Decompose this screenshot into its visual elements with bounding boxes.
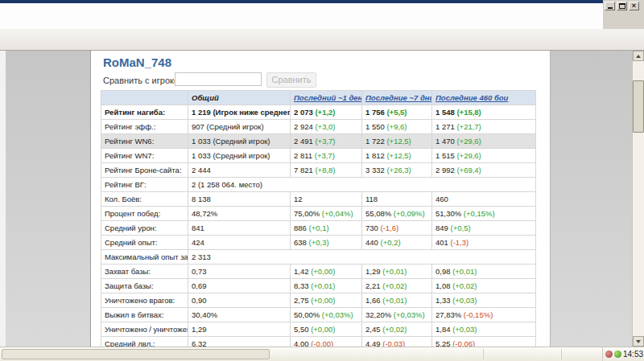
restore-button[interactable] (617, 2, 627, 10)
cell: 1 033 (Средний игрок) (188, 149, 291, 163)
cell: 440 (+0,2) (362, 236, 432, 250)
cell: 2 924 (+3,0) (291, 120, 362, 134)
tray-green-icon[interactable] (614, 351, 621, 358)
cell: 8 138 (188, 192, 291, 207)
cell: 2 444 (188, 163, 291, 178)
row-label: Процент побед: (101, 207, 188, 221)
cell: 1 033 (Средний игрок) (188, 134, 291, 149)
close-icon: × (632, 2, 636, 10)
cell: 2 491 (+3,7) (291, 134, 362, 149)
cell: 0,73 (188, 265, 291, 279)
row-label: Защита базы: (101, 279, 188, 293)
screen: × ← www.noobmeter.com/player/ru/RoMaN_74… (0, 0, 644, 361)
cell: 2,45 (+0,02) (362, 322, 432, 337)
cell: 1 550 (+9,6) (362, 120, 432, 134)
cell: 424 (188, 236, 291, 250)
row-label: Средний опыт: (101, 236, 188, 250)
cell: 638 (+0,3) (291, 236, 362, 250)
minimize-button[interactable] (605, 2, 615, 10)
table-row: Рейтинг эфф.:907 (Средний игрок)2 924 (+… (101, 120, 536, 134)
cell: 1,08 (+0,02) (432, 279, 536, 293)
cell: 2,75 (+0,00) (291, 293, 362, 308)
cell: 1 812 (+12,5) (362, 149, 432, 163)
cell: 8,33 (+0,01) (291, 279, 362, 293)
column-header-link[interactable]: Последний ~1 день (291, 91, 362, 105)
table-row: Максимальный опыт за бой:2 313 (101, 250, 536, 265)
cell: 0,90 (188, 293, 291, 308)
row-label: Рейтинг Броне-сайта: (101, 163, 188, 178)
cell: 0,98 (+0,01) (432, 265, 536, 279)
cell: 48,72% (188, 207, 291, 221)
navigation-toolbar: ← www.noobmeter.com/player/ru/RoMaN_748/… (0, 29, 644, 51)
cell: 841 (188, 221, 291, 236)
page-title: RoMaN_748 (103, 55, 171, 69)
cell: 1,42 (+0,00) (291, 265, 362, 279)
window-controls-area: × (603, 0, 644, 29)
vertical-scrollbar[interactable] (632, 51, 644, 347)
cell: 849 (+0,5) (432, 221, 536, 236)
cell: 55,08% (+0,09%) (362, 207, 432, 221)
scroll-up-icon[interactable] (633, 51, 644, 61)
cell: 1,66 (+0,01) (362, 293, 432, 308)
taskbar-window-button[interactable] (2, 349, 270, 359)
cell: 3 332 (+26,3) (362, 163, 432, 178)
tray-red-icon[interactable] (605, 351, 613, 358)
table-row: Выжил в битвах:30,40%50,00% (+0,03%)32,2… (101, 308, 536, 322)
table-row: Средний опыт:424638 (+0,3)440 (+0,2)401 … (101, 236, 536, 250)
row-label: Захват базы: (101, 265, 188, 279)
taskbar-divider (483, 349, 484, 359)
cell: 51,30% (+0,15%) (432, 207, 536, 221)
cell: 2 992 (+69,4) (432, 163, 536, 178)
cell: 730 (-1,6) (362, 221, 432, 236)
row-label: Средний урон: (101, 221, 188, 236)
content-panel: RoMaN_748 Сравнить с игроком Сравнить Об… (91, 51, 550, 347)
table-row: Кол. Боёв:8 13812118460 (101, 192, 536, 207)
minimize-icon (608, 7, 613, 9)
close-button[interactable]: × (629, 2, 639, 10)
compare-button[interactable]: Сравнить (266, 72, 316, 88)
taskbar-clock: 14:53 (623, 350, 643, 359)
row-label: Рейтинг WN6: (101, 134, 188, 149)
column-header (101, 91, 188, 105)
scrollbar-thumb[interactable] (633, 80, 644, 133)
cell: 2,21 (+0,02) (362, 279, 432, 293)
compare-input[interactable] (175, 72, 262, 86)
cell: 1 271 (+21,7) (432, 120, 536, 134)
system-tray: 14:53 (602, 347, 644, 361)
restore-icon (619, 3, 625, 9)
cell: 118 (362, 192, 432, 207)
cell: 401 (-1,3) (432, 236, 536, 250)
cell: 0,69 (188, 279, 291, 293)
taskbar-divider (561, 349, 562, 359)
row-label: Рейтинг ВГ: (101, 178, 188, 192)
row-label: Кол. Боёв: (101, 192, 188, 207)
column-header-link[interactable]: Последние 460 бои (432, 91, 536, 105)
cell: 32,20% (+0,03%) (362, 308, 432, 322)
cell: 1,29 (188, 322, 291, 337)
window-left-border (0, 51, 6, 347)
tab-strip (0, 3, 603, 29)
cell: 1,84 (+0,03) (432, 322, 536, 337)
cell: 75,00% (+0,04%) (291, 207, 362, 221)
table-row: Рейтинг WN6:1 033 (Средний игрок)2 491 (… (101, 134, 536, 149)
row-label: Выжил в битвах: (101, 308, 188, 322)
cell: 460 (432, 192, 536, 207)
table-row: Защита базы:0,698,33 (+0,01)2,21 (+0,02)… (101, 279, 536, 293)
column-header: Общий (188, 91, 291, 105)
row-label: Рейтинг нагиба: (101, 105, 188, 120)
column-header-link[interactable]: Последние ~7 дни (362, 91, 432, 105)
row-label: Рейтинг эфф.: (101, 120, 188, 134)
scroll-down-icon[interactable] (633, 336, 644, 347)
cell: 2 (1 258 064. место) (188, 178, 536, 192)
cell: 1 219 (Игрок ниже среднего) (188, 105, 291, 120)
cell: 50,00% (+0,03%) (291, 308, 362, 322)
cell: 886 (+0,1) (291, 221, 362, 236)
stats-table-header-row: ОбщийПоследний ~1 деньПоследние ~7 дниПо… (101, 91, 536, 105)
table-row: Рейтинг WN7:1 033 (Средний игрок)2 811 (… (101, 149, 536, 163)
cell: 27,83% (-0,15%) (432, 308, 536, 322)
cell: 12 (291, 192, 362, 207)
cell: 907 (Средний игрок) (188, 120, 291, 134)
stats-table: ОбщийПоследний ~1 деньПоследние ~7 дниПо… (101, 90, 536, 361)
cell: 1 548 (+15,8) (432, 105, 536, 120)
cell: 30,40% (188, 308, 291, 322)
